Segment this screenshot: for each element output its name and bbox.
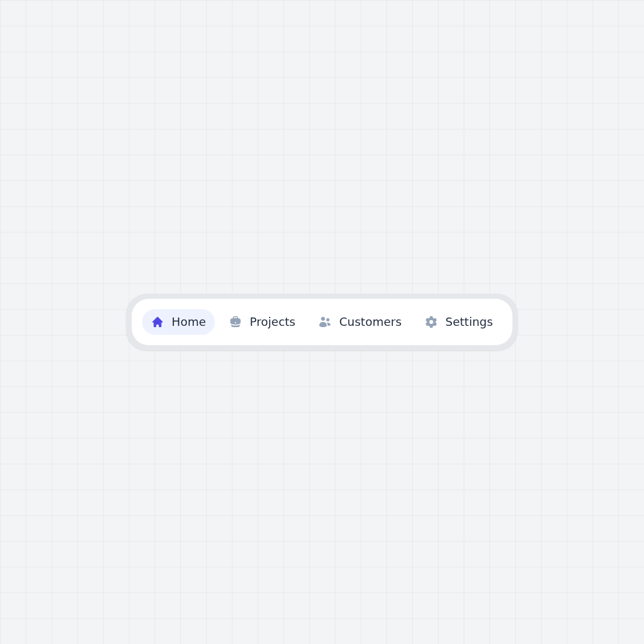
menu-item-label: Customers [339,316,402,328]
menu-item-settings[interactable]: Settings [416,309,502,335]
gear-icon [425,316,438,328]
menu-item-label: Projects [250,316,296,328]
navbar: Home Projects Customers Settings [132,299,513,345]
menu-item-label: Settings [446,316,493,328]
users-icon [319,316,332,328]
briefcase-icon [229,316,242,328]
home-icon [151,316,164,328]
navbar-wrapper: Home Projects Customers Settings [127,294,518,350]
menu-item-label: Home [172,316,206,328]
menu-item-home[interactable]: Home [142,309,215,335]
menu-item-customers[interactable]: Customers [310,309,411,335]
menu-item-projects[interactable]: Projects [220,309,305,335]
navbar-outer: Home Projects Customers Settings [127,294,518,350]
